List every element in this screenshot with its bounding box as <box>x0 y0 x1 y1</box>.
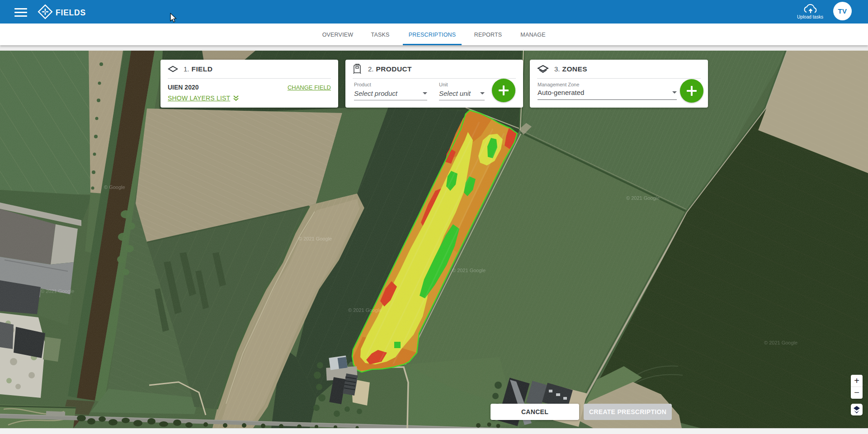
svg-text:© 2021 Google: © 2021 Google <box>348 307 382 313</box>
svg-text:© 2021 Google: © 2021 Google <box>298 236 332 241</box>
svg-text:© 2021 Google: © 2021 Google <box>41 288 74 294</box>
svg-text:© Google: © Google <box>104 184 125 190</box>
svg-text:© 2021 Google: © 2021 Google <box>452 268 486 273</box>
svg-text:© 2021 Google: © 2021 Google <box>764 340 797 345</box>
svg-text:© 2021 Google: © 2021 Google <box>626 195 660 201</box>
